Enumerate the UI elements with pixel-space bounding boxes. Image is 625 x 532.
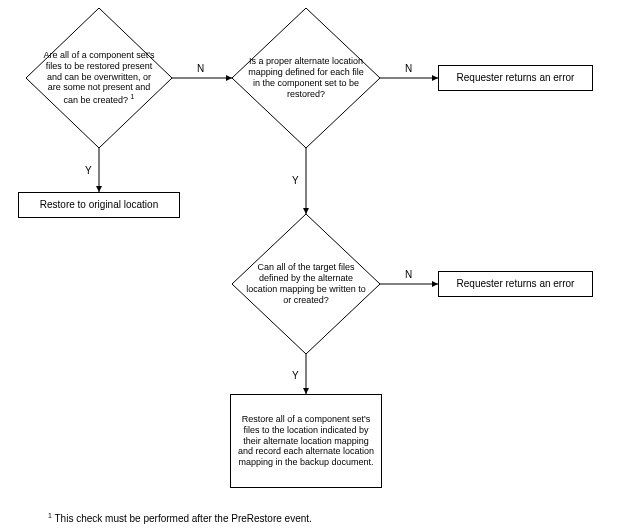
process-error-1: Requester returns an error bbox=[438, 65, 593, 91]
decision-target-writable: Can all of the target files defined by t… bbox=[232, 214, 380, 354]
decision-text: Are all of a component set's files to be… bbox=[26, 8, 172, 148]
process-text: Restore all of a component set's files t… bbox=[235, 414, 377, 468]
edge-label-n: N bbox=[405, 269, 412, 280]
edge-label-n: N bbox=[197, 63, 204, 74]
flowchart-canvas: Are all of a component set's files to be… bbox=[0, 0, 625, 532]
footnote-text: This check must be performed after the P… bbox=[52, 513, 312, 524]
decision-text: Can all of the target files defined by t… bbox=[232, 214, 380, 354]
process-restore-original: Restore to original location bbox=[18, 192, 180, 218]
process-error-2: Requester returns an error bbox=[438, 271, 593, 297]
process-text: Restore to original location bbox=[40, 199, 158, 211]
process-text: Requester returns an error bbox=[457, 278, 575, 290]
process-restore-alternate: Restore all of a component set's files t… bbox=[230, 394, 382, 488]
edge-label-y: Y bbox=[85, 165, 92, 176]
footnote: 1 This check must be performed after the… bbox=[48, 512, 312, 524]
edge-label-n: N bbox=[405, 63, 412, 74]
decision-files-present: Are all of a component set's files to be… bbox=[26, 8, 172, 148]
edge-label-y: Y bbox=[292, 175, 299, 186]
process-text: Requester returns an error bbox=[457, 72, 575, 84]
decision-alt-mapping: Is a proper alternate location mapping d… bbox=[232, 8, 380, 148]
edge-label-y: Y bbox=[292, 370, 299, 381]
decision-text: Is a proper alternate location mapping d… bbox=[232, 8, 380, 148]
